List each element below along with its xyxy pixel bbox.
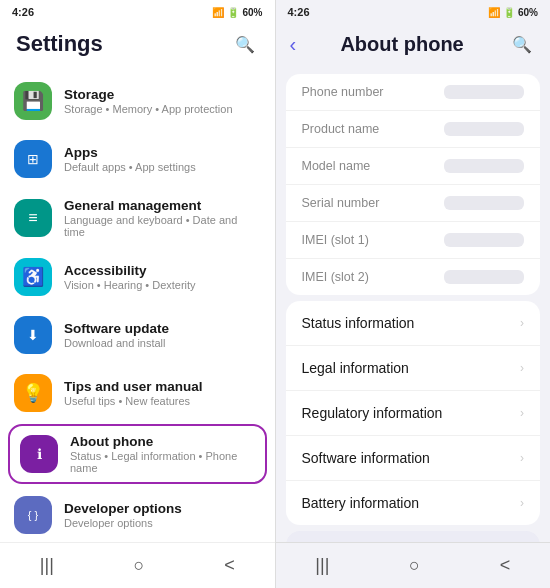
software-information-chevron: › <box>520 451 524 465</box>
general-title: General management <box>64 198 261 213</box>
legal-information-label: Legal information <box>302 360 409 376</box>
left-nav-back[interactable]: < <box>208 551 251 580</box>
right-status-bar: 4:26 📶 🔋 60% <box>276 0 551 22</box>
status-information-label: Status information <box>302 315 415 331</box>
software-update-icon: ⬇ <box>14 316 52 354</box>
model-name-label: Model name <box>302 159 371 173</box>
developer-icon: { } <box>14 496 52 534</box>
imei2-value <box>444 270 524 284</box>
settings-item-developer[interactable]: { } Developer options Developer options <box>0 486 275 542</box>
storage-icon: 💾 <box>14 82 52 120</box>
imei1-label: IMEI (slot 1) <box>302 233 369 247</box>
product-name-value <box>444 122 524 136</box>
settings-item-apps[interactable]: ⊞ Apps Default apps • App settings <box>0 130 275 188</box>
apps-icon: ⊞ <box>14 140 52 178</box>
apps-text: Apps Default apps • App settings <box>64 145 261 173</box>
right-page-title: About phone <box>340 33 463 56</box>
right-search-button[interactable]: 🔍 <box>508 30 536 58</box>
left-battery-pct: 60% <box>242 7 262 18</box>
battery-information-row[interactable]: Battery information › <box>286 481 541 525</box>
about-phone-icon: ℹ <box>20 435 58 473</box>
imei2-row: IMEI (slot 2) <box>286 259 541 295</box>
phone-info-card: Phone number Product name Model name Ser… <box>286 74 541 295</box>
software-update-subtitle: Download and install <box>64 337 261 349</box>
left-status-bar: 4:26 📶 🔋 60% <box>0 0 275 22</box>
back-chevron-icon: ‹ <box>290 33 297 56</box>
serial-number-value <box>444 196 524 210</box>
developer-subtitle: Developer options <box>64 517 261 529</box>
status-information-row[interactable]: Status information › <box>286 301 541 346</box>
settings-item-tips[interactable]: 💡 Tips and user manual Useful tips • New… <box>0 364 275 422</box>
software-information-label: Software information <box>302 450 430 466</box>
apps-subtitle: Default apps • App settings <box>64 161 261 173</box>
right-battery-icon: 🔋 <box>503 7 515 18</box>
imei1-row: IMEI (slot 1) <box>286 222 541 259</box>
settings-item-general[interactable]: ≡ General management Language and keyboa… <box>0 188 275 248</box>
accessibility-subtitle: Vision • Hearing • Dexterity <box>64 279 261 291</box>
left-nav-home[interactable]: ○ <box>118 551 161 580</box>
settings-item-storage[interactable]: 💾 Storage Storage • Memory • App protect… <box>0 72 275 130</box>
accessibility-icon: ♿ <box>14 258 52 296</box>
left-header: Settings 🔍 <box>0 22 275 68</box>
right-header: ‹ About phone 🔍 <box>276 22 551 68</box>
product-name-row: Product name <box>286 111 541 148</box>
regulatory-information-row[interactable]: Regulatory information › <box>286 391 541 436</box>
model-name-value <box>444 159 524 173</box>
accessibility-text: Accessibility Vision • Hearing • Dexteri… <box>64 263 261 291</box>
right-signal-icon: 📶 <box>488 7 500 18</box>
tips-icon: 💡 <box>14 374 52 412</box>
settings-list: 💾 Storage Storage • Memory • App protect… <box>0 68 275 542</box>
accessibility-title: Accessibility <box>64 263 261 278</box>
phone-number-label: Phone number <box>302 85 384 99</box>
regulatory-information-label: Regulatory information <box>302 405 443 421</box>
left-status-icons: 📶 🔋 60% <box>212 7 262 18</box>
tips-subtitle: Useful tips • New features <box>64 395 261 407</box>
storage-title: Storage <box>64 87 261 102</box>
left-bottom-nav: ||| ○ < <box>0 542 275 588</box>
right-nav-menu[interactable]: ||| <box>299 551 345 580</box>
developer-text: Developer options Developer options <box>64 501 261 529</box>
about-phone-subtitle: Status • Legal information • Phone name <box>70 450 255 474</box>
product-name-label: Product name <box>302 122 380 136</box>
right-nav-home[interactable]: ○ <box>393 551 436 580</box>
settings-item-about-phone[interactable]: ℹ About phone Status • Legal information… <box>8 424 267 484</box>
general-icon: ≡ <box>14 199 52 237</box>
left-battery-icon: 🔋 <box>227 7 239 18</box>
right-time: 4:26 <box>288 6 310 18</box>
phone-number-value <box>444 85 524 99</box>
legal-information-row[interactable]: Legal information › <box>286 346 541 391</box>
software-information-row[interactable]: Software information › <box>286 436 541 481</box>
left-time: 4:26 <box>12 6 34 18</box>
model-name-row: Model name <box>286 148 541 185</box>
about-menu-card: Status information › Legal information ›… <box>286 301 541 525</box>
right-status-icons: 📶 🔋 60% <box>488 7 538 18</box>
looking-for-card[interactable]: Looking for something else? <box>286 531 541 542</box>
settings-item-accessibility[interactable]: ♿ Accessibility Vision • Hearing • Dexte… <box>0 248 275 306</box>
regulatory-information-chevron: › <box>520 406 524 420</box>
settings-item-software-update[interactable]: ⬇ Software update Download and install <box>0 306 275 364</box>
general-text: General management Language and keyboard… <box>64 198 261 238</box>
right-battery-pct: 60% <box>518 7 538 18</box>
serial-number-row: Serial number <box>286 185 541 222</box>
storage-subtitle: Storage • Memory • App protection <box>64 103 261 115</box>
left-search-button[interactable]: 🔍 <box>231 30 259 58</box>
about-phone-text: About phone Status • Legal information •… <box>70 434 255 474</box>
left-page-title: Settings <box>16 31 103 57</box>
imei1-value <box>444 233 524 247</box>
legal-information-chevron: › <box>520 361 524 375</box>
tips-title: Tips and user manual <box>64 379 261 394</box>
right-nav-back[interactable]: < <box>484 551 527 580</box>
right-content: Phone number Product name Model name Ser… <box>276 68 551 542</box>
developer-title: Developer options <box>64 501 261 516</box>
tips-text: Tips and user manual Useful tips • New f… <box>64 379 261 407</box>
phone-number-row: Phone number <box>286 74 541 111</box>
left-signal-icon: 📶 <box>212 7 224 18</box>
apps-title: Apps <box>64 145 261 160</box>
software-update-text: Software update Download and install <box>64 321 261 349</box>
about-phone-title: About phone <box>70 434 255 449</box>
back-button[interactable]: ‹ <box>290 33 297 56</box>
left-nav-menu[interactable]: ||| <box>24 551 70 580</box>
left-panel: 4:26 📶 🔋 60% Settings 🔍 💾 Storage Storag… <box>0 0 275 588</box>
imei2-label: IMEI (slot 2) <box>302 270 369 284</box>
status-information-chevron: › <box>520 316 524 330</box>
